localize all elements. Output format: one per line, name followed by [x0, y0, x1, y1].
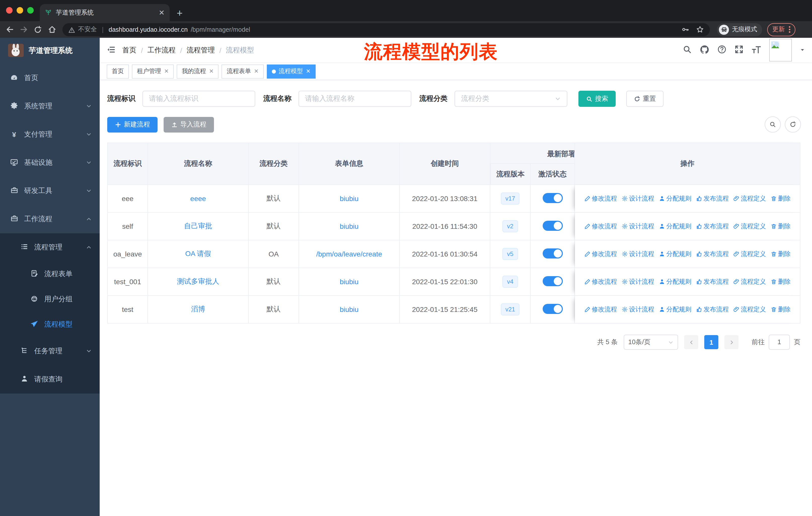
- process-definition-link[interactable]: 流程定义: [733, 194, 766, 203]
- goto-page-input[interactable]: 1: [769, 334, 790, 350]
- version-tag[interactable]: v21: [501, 303, 520, 316]
- process-name-link[interactable]: 自己审批: [184, 222, 212, 230]
- active-toggle[interactable]: [543, 276, 562, 286]
- process-name-link[interactable]: OA 请假: [185, 249, 211, 257]
- caret-down-icon[interactable]: [800, 47, 805, 53]
- close-icon[interactable]: ✕: [306, 68, 310, 75]
- browser-menu-icon[interactable]: [789, 26, 790, 33]
- current-page-button[interactable]: 1: [704, 335, 718, 349]
- avatar[interactable]: [769, 39, 792, 61]
- category-select[interactable]: 流程分类: [455, 91, 567, 107]
- delete-link[interactable]: 删除: [771, 194, 791, 203]
- close-icon[interactable]: ✕: [254, 68, 259, 75]
- breadcrumb-home[interactable]: 首页: [122, 46, 137, 55]
- delete-link[interactable]: 删除: [771, 305, 791, 314]
- sidebar-item-process-model[interactable]: 流程模型: [0, 312, 100, 337]
- back-icon[interactable]: [4, 25, 15, 34]
- create-process-button[interactable]: 新建流程: [107, 117, 157, 132]
- sidebar-item-workflow[interactable]: 工作流程: [0, 205, 100, 233]
- publish-process-link[interactable]: 发布流程: [696, 305, 729, 314]
- design-process-link[interactable]: 设计流程: [621, 222, 654, 230]
- process-definition-link[interactable]: 流程定义: [733, 305, 766, 314]
- zoom-window-button[interactable]: [27, 7, 34, 13]
- active-toggle[interactable]: [543, 220, 562, 230]
- delete-link[interactable]: 删除: [771, 250, 791, 258]
- edit-process-link[interactable]: 修改流程: [584, 277, 617, 286]
- publish-process-link[interactable]: 发布流程: [696, 194, 729, 203]
- sidebar-item-home[interactable]: 首页: [0, 64, 100, 92]
- tag-chip-my-process[interactable]: 我的流程✕: [177, 64, 219, 78]
- window-controls[interactable]: [6, 7, 34, 13]
- tag-chip-process-model[interactable]: 流程模型✕: [266, 64, 315, 78]
- prev-page-button[interactable]: [684, 335, 698, 349]
- active-toggle[interactable]: [543, 248, 562, 258]
- breadcrumb-process-mgmt[interactable]: 流程管理: [187, 46, 215, 55]
- design-process-link[interactable]: 设计流程: [621, 277, 654, 286]
- refresh-table-button[interactable]: [785, 116, 801, 133]
- close-icon[interactable]: ✕: [164, 68, 169, 75]
- process-definition-link[interactable]: 流程定义: [733, 250, 766, 258]
- toggle-search-button[interactable]: [765, 116, 781, 133]
- assign-rule-link[interactable]: 分配规则: [659, 277, 691, 286]
- process-definition-link[interactable]: 流程定义: [733, 222, 766, 230]
- design-process-link[interactable]: 设计流程: [621, 305, 654, 314]
- breadcrumb-workflow[interactable]: 工作流程: [147, 46, 176, 55]
- edit-process-link[interactable]: 修改流程: [584, 194, 617, 203]
- process-name-link[interactable]: eeee: [190, 194, 206, 202]
- sidebar-item-infra[interactable]: 基础设施: [0, 148, 100, 177]
- sidebar-item-process-form[interactable]: 流程表单: [0, 262, 100, 287]
- reset-button[interactable]: 重置: [626, 91, 664, 107]
- close-window-button[interactable]: [6, 7, 12, 13]
- assign-rule-link[interactable]: 分配规则: [659, 305, 691, 314]
- browser-tab[interactable]: 芋道管理系统 ✕: [40, 4, 170, 21]
- new-tab-button[interactable]: +: [177, 8, 182, 18]
- fullscreen-icon[interactable]: [734, 45, 744, 55]
- process-name-input[interactable]: 请输入流程名称: [298, 91, 411, 107]
- publish-process-link[interactable]: 发布流程: [696, 277, 729, 286]
- update-button[interactable]: 更新: [767, 23, 795, 36]
- help-icon[interactable]: [717, 45, 726, 55]
- security-label[interactable]: 不安全: [78, 25, 97, 34]
- version-tag[interactable]: v4: [502, 276, 518, 288]
- address-bar[interactable]: 不安全 | dashboard.yudao.iocoder.cn/bpm/man…: [62, 23, 710, 36]
- process-definition-link[interactable]: 流程定义: [733, 277, 766, 286]
- home-icon[interactable]: [46, 25, 57, 34]
- github-icon[interactable]: [700, 45, 709, 56]
- assign-rule-link[interactable]: 分配规则: [659, 194, 691, 203]
- delete-link[interactable]: 删除: [771, 222, 791, 230]
- publish-process-link[interactable]: 发布流程: [696, 250, 729, 258]
- design-process-link[interactable]: 设计流程: [621, 250, 654, 258]
- bookmark-star-icon[interactable]: [696, 26, 704, 33]
- assign-rule-link[interactable]: 分配规则: [659, 222, 691, 230]
- active-toggle[interactable]: [543, 304, 562, 314]
- search-icon[interactable]: [683, 45, 692, 55]
- delete-link[interactable]: 删除: [771, 277, 791, 286]
- process-id-input[interactable]: 请输入流程标识: [142, 91, 255, 107]
- process-name-link[interactable]: 滔博: [191, 305, 205, 313]
- next-page-button[interactable]: [724, 335, 738, 349]
- tab-close-icon[interactable]: ✕: [159, 8, 165, 17]
- key-icon[interactable]: [682, 26, 689, 33]
- forward-icon[interactable]: [18, 25, 29, 34]
- form-info-link[interactable]: biubiu: [340, 222, 359, 230]
- edit-process-link[interactable]: 修改流程: [584, 250, 617, 258]
- close-icon[interactable]: ✕: [209, 68, 213, 75]
- sidebar-item-leave-query[interactable]: 请假查询: [0, 365, 100, 393]
- edit-process-link[interactable]: 修改流程: [584, 305, 617, 314]
- version-tag[interactable]: v17: [501, 192, 520, 205]
- tag-chip-home[interactable]: 首页: [107, 64, 129, 78]
- version-tag[interactable]: v5: [502, 248, 518, 260]
- sidebar-item-payment[interactable]: ¥ 支付管理: [0, 120, 100, 148]
- tag-chip-process-form[interactable]: 流程表单✕: [222, 64, 264, 78]
- minimize-window-button[interactable]: [17, 7, 23, 13]
- form-info-link[interactable]: biubiu: [340, 194, 359, 202]
- sidebar-item-system[interactable]: 系统管理: [0, 92, 100, 120]
- collapse-sidebar-icon[interactable]: [107, 45, 115, 55]
- page-size-select[interactable]: 10条/页: [624, 334, 678, 350]
- version-tag[interactable]: v2: [502, 220, 518, 232]
- publish-process-link[interactable]: 发布流程: [696, 222, 729, 230]
- tag-chip-tenant[interactable]: 租户管理✕: [132, 64, 174, 78]
- search-button[interactable]: 搜索: [578, 91, 616, 107]
- assign-rule-link[interactable]: 分配规则: [659, 250, 691, 258]
- form-info-link[interactable]: biubiu: [340, 278, 359, 286]
